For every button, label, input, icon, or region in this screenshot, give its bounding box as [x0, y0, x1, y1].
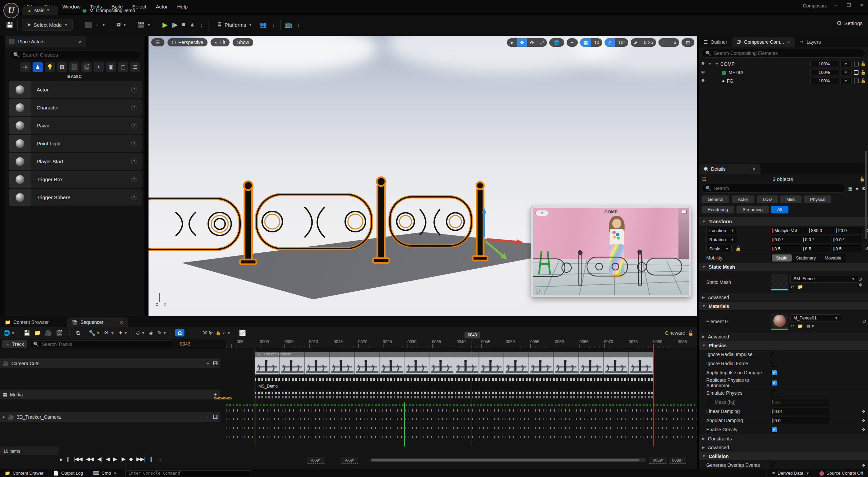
tab-compositing-demo[interactable]: ◉ M_CompositingDemo	[78, 6, 144, 15]
capture-kebab[interactable]: ⋮	[296, 22, 301, 28]
keyframe-band[interactable]	[226, 436, 697, 438]
comp-maximize-icon[interactable]	[682, 210, 687, 214]
lit-dropdown[interactable]: ◐Lit	[211, 38, 230, 46]
section-transform[interactable]: ▼Transform	[699, 217, 868, 226]
material-thumbnail[interactable]	[771, 313, 788, 330]
maximize-button[interactable]: ❐	[842, 0, 855, 10]
add-camera-cut-icon[interactable]: ＋	[205, 360, 210, 367]
browse-sequence-icon[interactable]: 📁	[34, 330, 41, 336]
filter-chip[interactable]: Actor	[732, 195, 754, 203]
close-icon[interactable]: ✕	[78, 39, 82, 44]
static-mesh-advanced[interactable]: ▶Advanced	[699, 293, 868, 302]
property-checkbox[interactable]	[771, 352, 777, 357]
add-keyframe-icon[interactable]: ❖	[862, 427, 866, 432]
camera-create-icon[interactable]: 🎥	[45, 330, 52, 336]
all-category-icon[interactable]: ☰	[130, 62, 140, 72]
mobility-option[interactable]: Static	[772, 254, 792, 262]
unlocked-icon[interactable]: 🔓	[861, 70, 866, 75]
keyframe-options-icon[interactable]: ◇▼	[136, 330, 145, 336]
place-actors-tab[interactable]: ⬛ Place Actors ✕	[5, 36, 86, 47]
opacity-dropdown[interactable]: ▼	[840, 69, 852, 76]
details-scrollbar[interactable]	[865, 151, 867, 239]
frame-skip-button[interactable]: |▶	[172, 21, 178, 28]
unreal-logo-icon[interactable]: U	[3, 3, 19, 18]
use-selected-icon[interactable]: ↩	[790, 324, 794, 329]
playhead-frame-label[interactable]: 0043	[465, 332, 480, 338]
freeze-frame-icon[interactable]	[854, 70, 859, 75]
show-dropdown[interactable]: Show	[233, 38, 253, 46]
world-dropdown-icon[interactable]: 🌐▼	[3, 330, 15, 336]
help-icon[interactable]: ?	[131, 194, 137, 200]
derived-data-button[interactable]: ≋Derived Data▼	[766, 469, 814, 477]
keyframe-band[interactable]	[226, 405, 697, 406]
play-options-kebab[interactable]: ⋮	[199, 22, 204, 28]
add-keyframe-icon[interactable]: ❖	[862, 409, 866, 414]
static-mesh-thumbnail[interactable]	[771, 274, 788, 290]
playback-button[interactable]: ❙	[149, 456, 153, 462]
place-actor-item[interactable]: Pawn ?	[9, 117, 142, 134]
display-options-icon[interactable]: ▦	[848, 186, 852, 191]
tab-layers[interactable]: ≋Layers	[795, 37, 826, 47]
range-end-value-2[interactable]: 0089*	[669, 457, 686, 464]
linear-damping-input[interactable]: 0.01	[771, 408, 829, 415]
stop-button[interactable]: ■	[182, 21, 185, 28]
tab-details[interactable]: 🛠Details✕	[699, 164, 761, 174]
browse-to-asset-icon[interactable]: 📁	[797, 324, 803, 329]
close-icon[interactable]: ✕	[752, 167, 756, 172]
add-keyframe-icon[interactable]: ❖	[862, 463, 866, 468]
timeline-scrollbar[interactable]	[370, 458, 646, 462]
playback-button[interactable]: ◀|	[97, 456, 102, 462]
visibility-eye-icon[interactable]: 👁	[701, 61, 707, 66]
keyframe-band[interactable]	[226, 409, 697, 412]
opacity-dropdown[interactable]: ▼	[840, 78, 852, 84]
recent-category-icon[interactable]: ◷	[20, 62, 31, 72]
playback-end-marker[interactable]	[653, 348, 654, 447]
snap-options-kebab[interactable]: ⋮	[189, 330, 194, 336]
vfx-category-icon[interactable]: ✴	[94, 62, 104, 72]
playback-start-marker[interactable]	[255, 348, 255, 447]
playback-button[interactable]: →	[157, 456, 162, 462]
visibility-eye-icon[interactable]: 👁	[701, 78, 707, 83]
property-checkbox[interactable]	[771, 361, 777, 367]
multiplayer-kebab[interactable]: ⋮	[271, 22, 276, 28]
platforms-dropdown[interactable]: 🖥 Platforms ▼	[213, 19, 255, 30]
angle-snap-icon[interactable]: ∠	[605, 38, 615, 47]
menu-item[interactable]: Help	[173, 2, 192, 11]
track-3d-tracker-camera[interactable]: ▶ 🎥 3D_Tracker_Camera ＋ 🎞	[0, 412, 220, 422]
comp-preview-window[interactable]: COMP ▼	[531, 206, 691, 297]
source-control-button[interactable]: ⬤Source Control Off	[814, 469, 868, 477]
grid-snap-icon[interactable]: ▦	[580, 38, 591, 47]
texture-checker-icon[interactable]: ▩ ▾	[806, 324, 814, 329]
physics-constraints[interactable]: ▶Constraints	[699, 434, 868, 443]
playback-button[interactable]: ◆	[129, 456, 133, 462]
filter-chip[interactable]: Physics	[804, 195, 831, 203]
physics-advanced[interactable]: ▶Advanced	[699, 443, 868, 452]
current-frame-readout[interactable]: 0043	[180, 341, 190, 349]
grid-snap-value[interactable]: 10	[591, 38, 603, 47]
tab-outliner[interactable]: ☰Outliner	[699, 37, 732, 47]
unlocked-icon[interactable]: 🔓	[861, 78, 866, 83]
wrench-options-icon[interactable]: 🔧▼	[88, 330, 100, 336]
curve-editor-icon[interactable]: 📈	[239, 330, 246, 336]
property-checkbox[interactable]	[771, 390, 777, 396]
search-tracks-input[interactable]: 🔍 Search Tracks	[29, 340, 175, 348]
section-collision[interactable]: ▼Collision	[699, 452, 868, 460]
playback-button[interactable]: ▶▶|	[136, 456, 145, 462]
add-section-icon[interactable]: ＋	[205, 414, 210, 420]
compositing-element-row[interactable]: 👁 ▦ MEDIA 100% ▼ 🔓	[699, 68, 868, 77]
tab-content-browser[interactable]: 📁Content Browser	[0, 317, 54, 327]
reset-to-default-icon[interactable]: ↺	[862, 319, 866, 324]
scale-lock-icon[interactable]: 🔒	[735, 246, 741, 251]
filter-chip[interactable]: LOD	[757, 195, 778, 203]
settings-dropdown[interactable]: ⚙ Settings	[837, 20, 863, 27]
keyframe-band[interactable]	[226, 418, 697, 420]
selection-start-marker[interactable]	[404, 402, 405, 447]
capture-icon[interactable]: 📺	[285, 21, 292, 28]
opacity-value[interactable]: 100%	[810, 69, 838, 76]
opacity-dropdown[interactable]: ▼	[840, 61, 852, 67]
scale-dropdown[interactable]: Scale▼	[706, 245, 732, 252]
mobility-option[interactable]: Movable	[820, 254, 846, 262]
move-tool-icon[interactable]: ✥	[517, 38, 527, 47]
unlocked-icon[interactable]: 🔓	[860, 177, 865, 182]
material-dropdown[interactable]: M_Fence01▼	[790, 314, 841, 322]
